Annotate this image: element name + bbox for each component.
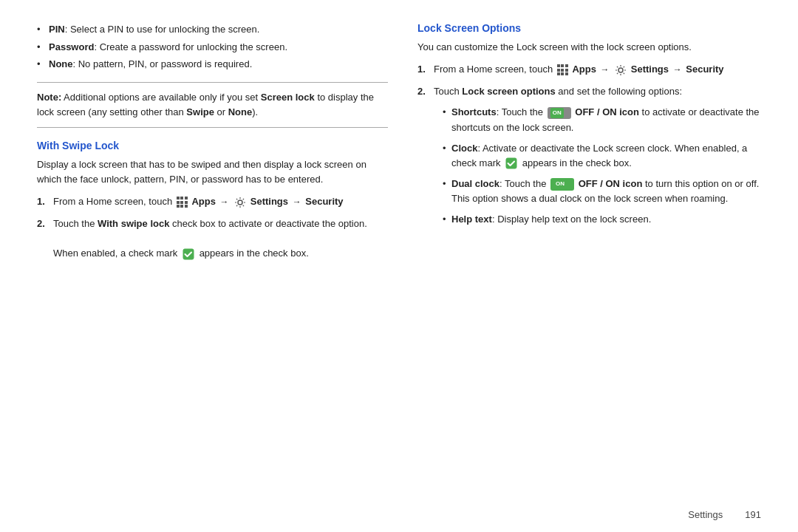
note-box: Note: Additional options are available o… — [37, 82, 388, 128]
left-step-2: 2. Touch the With swipe lock check box t… — [37, 216, 388, 261]
dual-clock-item: Dual clock: Touch the ON OFF / ON icon t… — [443, 177, 768, 206]
note-text3: or — [214, 106, 228, 117]
shortcuts-toggle: ON — [548, 107, 571, 119]
right-step-1: 1. From a Home screen, touch Apps → — [417, 62, 768, 77]
right-step2-suffix: and set the following options: — [556, 86, 682, 97]
left-step2-num: 2. — [37, 216, 49, 261]
note-text: Additional options are available only if… — [61, 92, 261, 103]
clock-label: Clock — [451, 143, 477, 154]
help-text-label: Help text — [451, 214, 492, 225]
left-step2-bold: With swipe lock — [98, 218, 169, 229]
note-text4: ). — [252, 106, 258, 117]
right-column: Lock Screen Options You can customize th… — [417, 22, 768, 494]
note-bold1: Screen lock — [261, 92, 315, 103]
check-mark-icon-right — [505, 157, 517, 169]
password-label: Password — [49, 41, 94, 52]
lock-screen-options-list: Shortcuts: Touch the ON OFF / ON icon to… — [434, 105, 768, 227]
dual-clock-label: Dual clock — [451, 178, 499, 189]
apps-icon-right — [557, 64, 568, 75]
none-label: None — [49, 58, 73, 69]
shortcuts-off-on: OFF / ON icon — [575, 106, 639, 117]
right-arrow2: → — [673, 64, 682, 75]
left-step2-content: Touch the With swipe lock check box to a… — [53, 216, 367, 261]
dual-clock-text1: : Touch the — [499, 178, 546, 189]
shortcuts-text1: : Touch the — [497, 106, 543, 117]
left-check-note-suffix: appears in the check box. — [200, 248, 309, 259]
left-arrow1: → — [220, 197, 229, 207]
toggle-on-label: ON — [550, 108, 564, 118]
left-arrow2: → — [293, 197, 301, 207]
clock-text2: appears in the check box. — [522, 157, 632, 168]
svg-point-2 — [618, 68, 623, 72]
left-step1-num: 1. — [37, 194, 49, 209]
pin-label: PIN — [49, 24, 65, 35]
right-step2-bold: Lock screen options — [462, 86, 555, 97]
settings-icon-right — [615, 64, 627, 76]
none-item: None: No pattern, PIN, or password is re… — [37, 57, 388, 72]
lock-screen-options-title: Lock Screen Options — [417, 22, 768, 34]
left-column: PIN: Select a PIN to use for unlocking t… — [37, 22, 388, 494]
left-step2-prefix: Touch the — [53, 218, 98, 229]
lock-screen-intro: You can customize the Lock screen with t… — [417, 40, 768, 55]
note-prefix: Note: — [37, 92, 61, 103]
left-check-note-prefix: When enabled, a check mark — [53, 248, 177, 259]
left-step-1: 1. From a Home screen, touch Apps → — [37, 194, 388, 209]
with-swipe-lock-title: With Swipe Lock — [37, 140, 388, 151]
dual-clock-off-on: OFF / ON icon — [579, 178, 643, 189]
svg-point-0 — [238, 200, 242, 205]
right-step1-prefix: From a Home screen, touch — [434, 64, 553, 75]
left-security-label: Security — [305, 196, 343, 207]
right-step1-content: From a Home screen, touch Apps → — [434, 62, 724, 77]
left-step1-prefix: From a Home screen, touch — [53, 196, 172, 207]
clock-item: Clock: Activate or deactivate the Lock s… — [443, 141, 768, 171]
right-step1-num: 1. — [417, 62, 429, 77]
none-text: : No pattern, PIN, or password is requir… — [73, 58, 253, 69]
note-bold3: None — [228, 106, 253, 117]
check-mark-icon-left — [183, 248, 194, 260]
password-text: : Create a password for unlocking the sc… — [94, 41, 287, 52]
with-swipe-lock-body: Display a lock screen that has to be swi… — [37, 157, 388, 187]
left-steps-list: 1. From a Home screen, touch Apps → — [37, 194, 388, 262]
help-text-item: Help text: Display help text on the lock… — [443, 212, 768, 227]
left-step1-content: From a Home screen, touch Apps → — [53, 194, 344, 209]
footer-label: Settings — [688, 509, 723, 520]
right-settings-label: Settings — [631, 64, 669, 75]
pin-password-list: PIN: Select a PIN to use for unlocking t… — [37, 22, 388, 72]
left-step2-suffix: check box to activate or deactivate the … — [169, 218, 366, 229]
pin-text: : Select a PIN to use for unlocking the … — [65, 24, 260, 35]
right-step2-content: Touch Lock screen options and set the fo… — [434, 84, 768, 233]
left-settings-label: Settings — [250, 196, 288, 207]
right-step-2: 2. Touch Lock screen options and set the… — [417, 84, 768, 233]
right-steps-list: 1. From a Home screen, touch Apps → — [417, 62, 768, 233]
help-text-text1: : Display help text on the lock screen. — [492, 214, 651, 225]
note-bold2: Swipe — [186, 106, 214, 117]
page-footer: Settings 191 — [0, 509, 798, 532]
shortcuts-item: Shortcuts: Touch the ON OFF / ON icon to… — [443, 105, 768, 134]
dual-toggle-on-label: ON — [553, 179, 567, 189]
left-apps-label: Apps — [191, 196, 216, 207]
apps-icon-left — [177, 197, 188, 208]
right-step2-prefix: Touch — [434, 86, 462, 97]
dual-clock-toggle: ON — [550, 178, 574, 190]
right-security-label: Security — [686, 64, 723, 75]
right-apps-label: Apps — [572, 64, 596, 75]
right-step2-num: 2. — [417, 84, 429, 233]
footer-page: 191 — [745, 509, 761, 520]
right-arrow1: → — [601, 64, 610, 75]
pin-item: PIN: Select a PIN to use for unlocking t… — [37, 22, 388, 37]
password-item: Password: Create a password for unlockin… — [37, 40, 388, 55]
shortcuts-label: Shortcuts — [451, 106, 497, 117]
settings-icon-left — [234, 197, 246, 208]
